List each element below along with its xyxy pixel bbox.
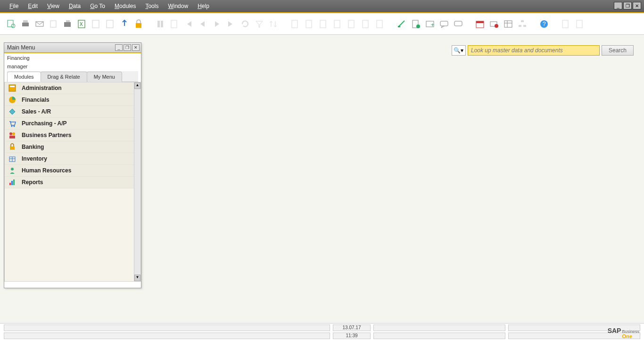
mm-scrollbar[interactable]: ▲ ▼ — [134, 82, 140, 281]
help-icon[interactable]: ? — [538, 18, 550, 30]
svg-rect-37 — [521, 20, 524, 22]
mm-user: manager — [4, 62, 141, 70]
module-label: Human Resources — [22, 167, 71, 174]
module-purchasing[interactable]: Purchasing - A/P — [5, 118, 140, 130]
doc2-icon[interactable] — [304, 18, 315, 30]
find-icon[interactable] — [155, 18, 166, 30]
search-button[interactable]: Search — [602, 45, 634, 56]
module-banking[interactable]: Banking — [5, 141, 140, 153]
module-label: Administration — [22, 85, 62, 91]
statusbar: 13.07.17 11:39 SAP Business One — [0, 323, 644, 341]
email-icon[interactable] — [34, 18, 45, 30]
word-icon[interactable] — [91, 18, 102, 30]
messages-icon[interactable] — [438, 18, 450, 30]
module-label: Purchasing - A/P — [22, 120, 67, 127]
mm-tabs: Modules Drag & Relate My Menu — [7, 71, 138, 82]
table-icon[interactable] — [503, 18, 514, 30]
doc1-icon[interactable] — [289, 18, 301, 30]
doc4-icon[interactable] — [332, 18, 343, 30]
svg-rect-22 — [377, 20, 382, 28]
mm-maximize-button[interactable]: ❐ — [124, 44, 131, 51]
svg-rect-28 — [440, 21, 448, 26]
doc3-icon[interactable] — [318, 18, 329, 30]
search-dropdown-button[interactable]: 🔍▾ — [452, 45, 466, 56]
menu-modules[interactable]: Modules — [110, 0, 140, 12]
svg-rect-15 — [171, 20, 177, 28]
maximize-button[interactable]: ❐ — [623, 2, 632, 9]
menu-file[interactable]: File — [5, 0, 23, 12]
add-icon[interactable] — [169, 18, 180, 30]
cart-icon — [8, 119, 17, 128]
search-input[interactable] — [468, 45, 600, 56]
scroll-up-icon[interactable]: ▲ — [134, 82, 140, 89]
module-sales[interactable]: Sales - A/R — [5, 106, 140, 118]
preview-icon[interactable] — [6, 18, 17, 30]
menu-help[interactable]: Help — [193, 0, 214, 12]
menu-edit[interactable]: Edit — [23, 0, 42, 12]
tab-drag-relate[interactable]: Drag & Relate — [41, 72, 87, 82]
menu-data[interactable]: Data — [64, 0, 85, 12]
svg-rect-18 — [320, 20, 326, 28]
module-human-resources[interactable]: Human Resources — [5, 165, 140, 177]
module-inventory[interactable]: Inventory — [5, 153, 140, 165]
filter-icon[interactable] — [254, 18, 265, 30]
tab-my-menu[interactable]: My Menu — [87, 72, 122, 82]
module-financials[interactable]: Financials — [5, 94, 140, 106]
tab-modules[interactable]: Modules — [7, 72, 41, 82]
launch-app-icon[interactable] — [119, 18, 130, 30]
svg-rect-52 — [10, 146, 15, 150]
doc7-icon[interactable] — [374, 18, 386, 30]
mm-close-button[interactable]: ✕ — [132, 44, 140, 51]
lock-icon[interactable] — [133, 18, 144, 30]
module-administration[interactable]: Administration — [5, 82, 140, 94]
calendar-icon[interactable] — [474, 18, 486, 30]
svg-rect-43 — [577, 20, 582, 28]
doc6-icon[interactable] — [360, 18, 372, 30]
first-record-icon[interactable] — [183, 18, 194, 30]
scroll-down-icon[interactable]: ▼ — [134, 275, 140, 281]
menu-tools[interactable]: Tools — [140, 0, 163, 12]
mail-alert-icon[interactable] — [488, 18, 500, 30]
form-settings-icon[interactable] — [396, 18, 407, 30]
svg-rect-34 — [504, 21, 512, 27]
mm-minimize-button[interactable]: _ — [115, 44, 123, 51]
refresh-icon[interactable] — [239, 18, 251, 30]
alerts-icon[interactable] — [453, 18, 464, 30]
menubar: File Edit View Data Go To Modules Tools … — [0, 0, 644, 13]
svg-rect-2 — [22, 23, 29, 26]
user-defined-icon[interactable]: + — [424, 18, 436, 30]
menu-goto[interactable]: Go To — [85, 0, 110, 12]
people-icon — [8, 131, 17, 139]
tree-icon[interactable] — [517, 18, 528, 30]
excel-icon[interactable]: X — [76, 18, 88, 30]
last-record-icon[interactable] — [225, 18, 237, 30]
main-menu-titlebar: Main Menu _ ❐ ✕ — [4, 43, 141, 53]
doc5-icon[interactable] — [346, 18, 357, 30]
fax-icon[interactable] — [62, 18, 74, 30]
module-business-partners[interactable]: Business Partners — [5, 130, 140, 141]
next-record-icon[interactable] — [211, 18, 223, 30]
module-reports[interactable]: Reports — [5, 177, 140, 188]
mm-company: Financing — [4, 53, 141, 62]
module-label: Reports — [22, 179, 43, 186]
layout-icon[interactable] — [410, 18, 421, 30]
config-icon[interactable] — [574, 18, 586, 30]
sort-icon[interactable] — [268, 18, 279, 30]
search-area: 🔍▾ Search — [452, 45, 634, 56]
svg-rect-12 — [136, 23, 141, 28]
menu-window[interactable]: Window — [163, 0, 193, 12]
prev-record-icon[interactable] — [197, 18, 208, 30]
close-button[interactable]: ✕ — [633, 2, 641, 9]
main-menu-title: Main Menu — [7, 44, 35, 51]
print-icon[interactable] — [20, 18, 31, 30]
status-date: 13.07.17 — [333, 325, 371, 331]
sms-icon[interactable] — [48, 18, 59, 30]
svg-rect-16 — [292, 20, 297, 28]
menu-view[interactable]: View — [42, 0, 64, 12]
svg-rect-3 — [23, 20, 28, 23]
sap-logo: SAP Business One — [608, 327, 639, 339]
svg-rect-42 — [562, 20, 568, 28]
pdf-icon[interactable] — [105, 18, 116, 30]
minimize-button[interactable]: _ — [614, 2, 622, 9]
query-icon[interactable] — [560, 18, 571, 30]
